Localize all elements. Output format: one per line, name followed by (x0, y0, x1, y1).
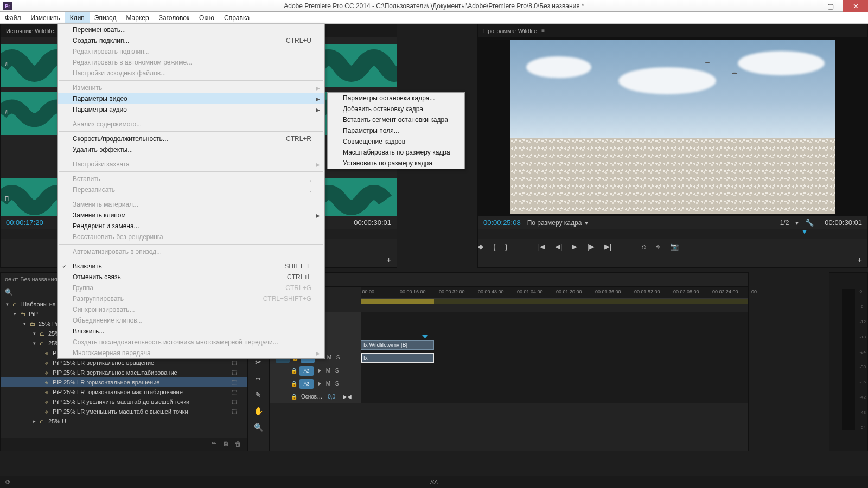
menu-item[interactable]: Параметры аудио▶ (58, 104, 324, 115)
menu-item[interactable]: Отменить связьCTRL+L (58, 272, 324, 282)
menu-item[interactable]: Заменить клипом▶ (58, 210, 324, 221)
mark-in-icon[interactable]: ◆ (478, 242, 483, 251)
program-playhead-icon[interactable] (802, 230, 807, 234)
menu-item[interactable]: Вложить... (58, 326, 324, 337)
mute-m[interactable]: M (324, 368, 333, 374)
mute-m[interactable]: M (325, 355, 334, 361)
playhead[interactable] (425, 338, 425, 351)
source-add-button[interactable]: + (386, 255, 391, 264)
mute-icon[interactable]: 🕨 (315, 368, 324, 374)
mute-icon[interactable]: 🕨 (315, 381, 324, 387)
menu-file[interactable]: Файл (0, 12, 26, 23)
new-bin-icon[interactable]: 🗀 (211, 440, 218, 448)
step-forward-icon[interactable]: |▶ (587, 242, 594, 251)
clip-a1[interactable]: fx (361, 353, 434, 363)
sync-icon[interactable]: ⟳ (5, 479, 10, 486)
tree-row[interactable]: ⎆PiP 25% LR вертикальное вращение⬚ (1, 358, 247, 368)
timeline-tab[interactable] (270, 273, 748, 287)
track-v1[interactable]: V1 🔒 V1 👁 fx Wildlife.wmv [В] (270, 338, 748, 351)
program-timecode-current[interactable]: 00:00:25:08 (483, 219, 521, 227)
menu-item[interactable]: Скорость/продолжительность...CTRL+R (58, 133, 324, 144)
loop-icon[interactable]: ▶◀ (343, 394, 352, 400)
tree-row[interactable]: ⎆PiP 25% LR уменьшить масштаб с высшей т… (1, 407, 247, 416)
menu-item: Редактировать подклип... (58, 46, 324, 57)
new-item-icon[interactable]: 🗎 (223, 440, 229, 448)
program-monitor[interactable] (478, 37, 867, 216)
track-a3[interactable]: 🔒 A3 🕨 M S (270, 377, 748, 390)
goto-in-icon[interactable]: |◀ (538, 242, 545, 251)
step-back-icon[interactable]: ◀| (555, 242, 562, 251)
extract-icon[interactable]: ⎆ (656, 242, 660, 251)
menu-item: РазгруппироватьCTRL+SHIFT+G (58, 293, 324, 304)
lock-icon[interactable]: 🔒 (290, 368, 298, 374)
menu-item[interactable]: ✓ВключитьSHIFT+E (58, 261, 324, 272)
menu-item[interactable]: Создать подклип...CTRL+U (58, 35, 324, 46)
source-timecode-current[interactable]: 00:00:17:20 (6, 219, 43, 227)
program-mini-ruler[interactable] (478, 229, 867, 239)
submenu-item[interactable]: Добавить остановку кадра (328, 104, 464, 114)
menu-item: Изменить▶ (58, 82, 324, 93)
menu-title[interactable]: Заголовок (154, 12, 194, 23)
menu-edit[interactable]: Изменить (26, 12, 65, 23)
maximize-button[interactable]: ▢ (818, 0, 843, 12)
lock-icon[interactable]: 🔒 (290, 381, 298, 387)
bracket-in-icon[interactable]: { (493, 242, 495, 251)
program-timecode-duration: 00:00:30:01 (825, 219, 862, 227)
zoom-tool-icon[interactable]: 🔍 (248, 419, 269, 435)
menu-clip[interactable]: Клип (65, 12, 90, 23)
bracket-out-icon[interactable]: } (505, 242, 507, 251)
solo-s[interactable]: S (333, 368, 341, 374)
menu-item[interactable]: Параметры видео▶ (58, 93, 324, 104)
submenu-item[interactable]: Установить по размеру кадра (328, 158, 464, 169)
mute-m[interactable]: M (324, 381, 333, 387)
minimize-button[interactable]: — (793, 0, 818, 12)
lock-icon[interactable]: 🔒 (290, 394, 298, 400)
chevron-down-icon[interactable]: ▾ (795, 219, 799, 227)
menu-help[interactable]: Справка (219, 12, 254, 23)
program-zoom-dropdown[interactable]: По размеру кадра ▾ (527, 219, 589, 227)
tree-row[interactable]: ▸🗀25% U (1, 416, 247, 426)
submenu-item[interactable]: Совмещение кадров (328, 136, 464, 147)
menu-item: Вставить, (58, 174, 324, 184)
clip-v1[interactable]: fx Wildlife.wmv [В] (361, 340, 434, 350)
delete-icon[interactable]: 🗑 (235, 440, 241, 448)
hand-tool-icon[interactable]: ✋ (248, 403, 269, 419)
submenu-item[interactable]: Параметры поля... (328, 125, 464, 136)
program-add-button[interactable]: + (857, 255, 862, 264)
pen-tool-icon[interactable]: ✎ (248, 387, 269, 403)
submenu-item[interactable]: Параметры остановки кадра... (328, 93, 464, 104)
track-dst-tag[interactable]: A3 (299, 379, 314, 389)
timeline-zoom-bar[interactable] (270, 403, 748, 415)
play-icon[interactable]: ▶ (572, 242, 577, 251)
close-button[interactable]: ✕ (843, 0, 868, 12)
tree-row[interactable]: ⎆PiP 25% LR горизонтальное вращение⬚ (1, 377, 247, 387)
submenu-item[interactable]: Масштабировать по размеру кадра (328, 147, 464, 158)
tree-row[interactable]: ⎆PiP 25% LR горизонтальное масштабирован… (1, 387, 247, 397)
tree-row[interactable]: ⎆PiP 25% LR вертикальное масштабирование… (1, 368, 247, 377)
track-master[interactable]: 🔒 Основ… 0,0 ▶◀ (270, 390, 748, 403)
timeline-panel: 00:00:25:08 ⁂ ∾ ◊ 🔧 :00:0000:00:16:0000:… (269, 272, 749, 451)
solo-s[interactable]: S (333, 381, 341, 387)
track-dst-tag[interactable]: A2 (299, 366, 314, 376)
track-a1[interactable]: A1 🔒 A1 🕨 M S fx (270, 351, 748, 364)
program-settings-icon[interactable]: 🔧 (805, 219, 814, 227)
menu-item[interactable]: Удалить эффекты... (58, 144, 324, 155)
slip-tool-icon[interactable]: ↔ (248, 370, 269, 387)
solo-s[interactable]: S (334, 355, 342, 361)
goto-out-icon[interactable]: ▶| (604, 242, 611, 251)
master-value[interactable]: 0,0 (328, 394, 335, 400)
tree-row[interactable]: ⎆PiP 25% LR увеличить масштаб до высшей … (1, 397, 247, 407)
submenu-item[interactable]: Вставить сегмент остановки кадра (328, 114, 464, 125)
menu-item[interactable]: Рендеринг и замена... (58, 221, 324, 232)
menu-window[interactable]: Окно (194, 12, 219, 23)
program-panel-tab[interactable]: Программа: Wildlife ≡ (478, 24, 867, 37)
clip-label: Wildlife.wmv [В] (369, 342, 408, 348)
track-a2[interactable]: 🔒 A2 🕨 M S (270, 364, 748, 377)
menu-item[interactable]: Переименовать... (58, 24, 324, 35)
timeline-ruler[interactable]: :00:0000:00:16:0000:00:32:0000:00:48:000… (361, 287, 748, 299)
lift-icon[interactable]: ⎌ (642, 242, 646, 251)
program-tab-menu-icon[interactable]: ≡ (541, 28, 545, 34)
menu-marker[interactable]: Маркер (121, 12, 154, 23)
export-frame-icon[interactable]: 📷 (670, 242, 679, 251)
menu-sequence[interactable]: Эпизод (90, 12, 122, 23)
